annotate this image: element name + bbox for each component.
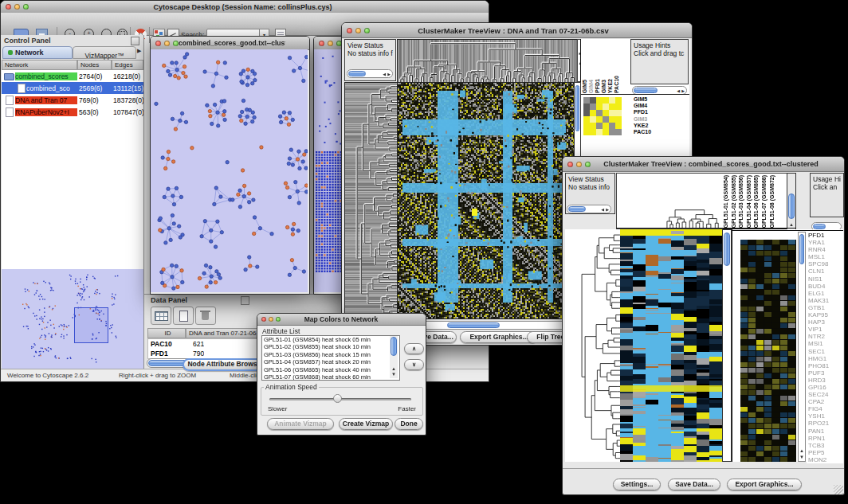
col-header-network[interactable]: Network (2, 60, 77, 70)
tv1-status-hscrollbar[interactable]: ◀▶ (347, 69, 393, 78)
gene-list-item[interactable]: YSH1 (807, 412, 843, 420)
zoom-window-icon[interactable] (23, 4, 29, 10)
data-col-id[interactable]: ID (147, 328, 186, 338)
tv1-column-dendrogram[interactable] (397, 39, 578, 84)
gene-list-item[interactable]: YRA1 (807, 239, 843, 246)
tv2-collabel-vscrollbar[interactable]: ▲▼ (787, 173, 796, 236)
attribute-list-item[interactable]: GPL51-04 (GSM857) heat shock 20 min (262, 358, 399, 365)
gene-list-item[interactable]: CLN1 (807, 268, 843, 275)
tv2-export-graphics-button[interactable]: Export Graphics... (727, 479, 802, 490)
tv2-settings-button[interactable]: Settings... (613, 479, 661, 490)
scrollbar-thumb[interactable] (575, 85, 579, 131)
resize-grip[interactable] (834, 485, 843, 494)
close-icon[interactable] (6, 4, 11, 10)
tv1-row-dendrogram[interactable] (344, 82, 398, 319)
gene-list-item[interactable]: RPN1 (807, 435, 843, 442)
gene-list-item[interactable]: NTR2 (807, 333, 843, 340)
data-panel-float-icon[interactable] (241, 296, 249, 305)
gene-list-item[interactable]: BUD4 (807, 283, 843, 290)
gene-list-item[interactable]: PUF3 (807, 369, 843, 377)
tv2-column-dendrogram[interactable] (616, 173, 724, 229)
animate-vizmap-button[interactable]: Animate Vizmap (267, 418, 334, 430)
attribute-list-item[interactable]: GPL51-07 (GSM868) heat shock 60 min (262, 373, 399, 381)
col-header-edges[interactable]: Edges (112, 60, 143, 70)
zoom-window-icon[interactable] (364, 28, 370, 33)
tv2-gene-list[interactable]: PFD1YRA1RNR4MSL1SPC98CLN1NIS1BUD4ELG1MAK… (807, 232, 843, 463)
attribute-listbox[interactable]: GPL51-01 (GSM854) heat shock 05 minGPL51… (261, 335, 400, 381)
gene-list-item[interactable]: NIS1 (807, 275, 843, 283)
column-label[interactable]: GIM5 (582, 80, 588, 93)
attribute-list-item[interactable]: GPL51-03 (GSM856) heat shock 15 min (262, 351, 399, 358)
create-vizmap-button[interactable]: Create Vizmap (339, 418, 393, 430)
column-label[interactable]: GPL51-01 (GSM854) (723, 175, 731, 229)
close-icon[interactable] (347, 28, 352, 33)
delete-attr-button[interactable] (195, 307, 216, 325)
row-label[interactable]: PFD1 (632, 109, 688, 115)
minimize-icon[interactable] (269, 317, 273, 322)
column-label[interactable]: GPL51-02 (GSM855) (731, 175, 739, 229)
data-row-value[interactable]: 790 (193, 350, 204, 357)
tv2-selected-heatmap[interactable] (740, 240, 796, 462)
treeview2-titlebar[interactable]: ClusterMaker TreeView : combined_scores_… (563, 157, 844, 172)
attr-select-button[interactable] (151, 307, 171, 325)
column-label[interactable]: PFD1 (595, 79, 601, 93)
move-down-button[interactable]: ∨ (404, 359, 424, 370)
zoom-window-icon[interactable] (585, 162, 591, 167)
column-label[interactable]: GPL51-03 (GSM856) (738, 175, 746, 229)
close-icon[interactable] (567, 162, 573, 167)
gene-list-item[interactable]: HMG1 (807, 355, 843, 362)
close-icon[interactable] (155, 41, 161, 46)
gene-list-item[interactable]: MSI1 (807, 340, 843, 347)
gene-list-item[interactable]: SEC1 (807, 348, 843, 355)
tab-network[interactable]: Network (2, 46, 73, 59)
tv2-heatmap[interactable] (620, 229, 722, 462)
gene-list-item[interactable]: RPO21 (807, 420, 843, 427)
scrollbar-thumb[interactable] (788, 193, 795, 219)
gene-list-item[interactable]: GTB1 (807, 304, 843, 311)
attribute-list-item[interactable]: GPL51-01 (GSM854) heat shock 05 min (262, 336, 399, 343)
float-panel-icon[interactable] (131, 37, 139, 45)
treeview1-titlebar[interactable]: ClusterMaker TreeView : DNA and Tran 07-… (342, 23, 692, 38)
gene-list-item[interactable]: PEP5 (807, 449, 843, 456)
table-row[interactable]: DNA and Tran 07 769(0) 183728(0) (2, 94, 143, 106)
minimize-icon[interactable] (164, 41, 170, 46)
gene-list-item[interactable]: CPA2 (807, 398, 843, 405)
column-label[interactable]: GPL51-04 (GSM857) (746, 175, 754, 229)
minimize-icon[interactable] (355, 28, 361, 33)
tv2-gene-vscrollbar[interactable]: ▲▼ (798, 232, 806, 462)
column-label[interactable]: GPL51-07 (GSM868) (761, 175, 769, 229)
tab-overflow-arrow[interactable]: ▶ (137, 48, 141, 54)
data-row-value[interactable]: 621 (193, 340, 204, 348)
tv1-heatmap[interactable] (397, 82, 575, 319)
tv2-save-data-button[interactable]: Save Data... (668, 479, 720, 490)
gene-list-item[interactable]: TCB3 (807, 442, 843, 449)
column-label[interactable]: PAC10 (614, 76, 620, 93)
row-label[interactable]: GIM5 (632, 96, 688, 103)
network-a-titlebar[interactable]: combined_scores_good.txt--cluste... (151, 37, 309, 50)
row-label[interactable]: YKE2 (632, 123, 688, 129)
gene-list-item[interactable]: ELG1 (807, 290, 843, 297)
row-label[interactable]: GIM4 (632, 103, 688, 109)
gene-list-item[interactable]: HAP3 (807, 318, 843, 326)
column-label[interactable]: GIM4 (588, 80, 595, 93)
scrollbar-thumb[interactable] (724, 232, 730, 266)
table-row-selected[interactable]: combined_sco 2569(6) 13112(15) (2, 82, 143, 94)
gene-list-item[interactable]: HRD3 (807, 377, 843, 384)
tv1-column-labels[interactable]: GIM5GIM4PFD1GIM3YKE2PAC10 (582, 39, 622, 93)
close-icon[interactable] (261, 317, 266, 322)
dialog-titlebar[interactable]: Map Colors to Network (257, 314, 426, 326)
column-label[interactable]: GPL51-06 (GSM865) (753, 175, 761, 229)
table-row[interactable]: combined_scores 2764(0) 16218(0) (2, 70, 143, 82)
scrollbar-thumb[interactable] (447, 322, 500, 328)
main-titlebar[interactable]: Cytoscape Desktop (Session Name: collins… (1, 1, 489, 14)
minimize-icon[interactable] (576, 162, 582, 167)
tv1-row-labels[interactable]: GIM5GIM4PFD1GIM3YKE2PAC10 (632, 96, 688, 138)
tv1-selected-submatrix[interactable] (583, 97, 622, 135)
gene-list-item[interactable]: MON2 (807, 456, 843, 463)
row-label[interactable]: GIM3 (632, 116, 688, 123)
tv2-row-dendrogram[interactable] (565, 229, 620, 462)
scrollbar-thumb[interactable] (391, 337, 397, 356)
tv2-column-labels[interactable]: GPL51-01 (GSM854)GPL51-02 (GSM855)GPL51-… (723, 173, 787, 229)
minimize-icon[interactable] (14, 4, 20, 10)
data-row-id[interactable]: PAC10 (151, 340, 172, 348)
